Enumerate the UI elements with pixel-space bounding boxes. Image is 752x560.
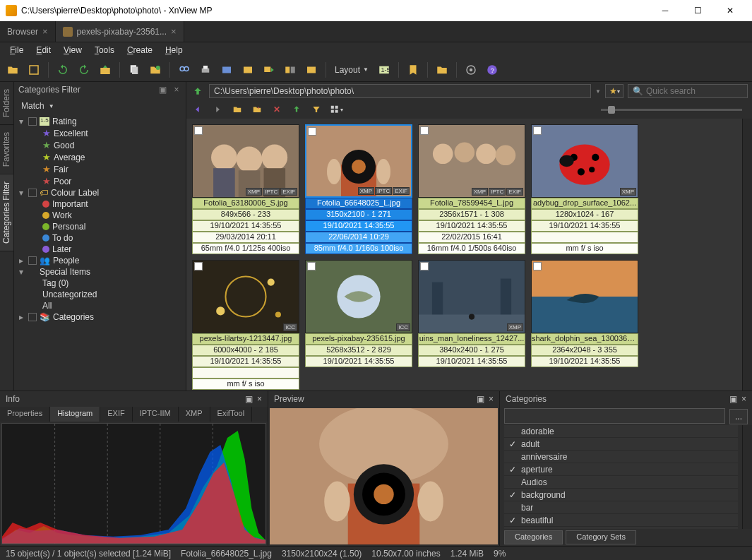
rotate-right-button[interactable] bbox=[76, 61, 92, 78]
category-search-input[interactable] bbox=[504, 408, 725, 424]
forward-button[interactable] bbox=[210, 102, 225, 117]
tag-button[interactable] bbox=[434, 61, 450, 78]
close-icon[interactable]: × bbox=[171, 26, 177, 37]
category-options-button[interactable]: ... bbox=[729, 409, 748, 424]
tree-rating[interactable]: ▾1-5Rating bbox=[17, 116, 183, 127]
tree-colour-item[interactable]: Work bbox=[17, 210, 183, 221]
filter-button[interactable] bbox=[309, 102, 323, 117]
tree-people[interactable]: ▸👥People bbox=[17, 255, 183, 266]
scrollbar[interactable] bbox=[742, 119, 752, 391]
thumbnail-checkbox[interactable] bbox=[307, 262, 316, 270]
tab-browser[interactable]: Browser × bbox=[0, 21, 56, 42]
minimize-button[interactable]: ─ bbox=[649, 0, 681, 21]
menu-create[interactable]: Create bbox=[121, 44, 158, 56]
tree-colour-item[interactable]: Personal bbox=[17, 221, 183, 232]
panel-detach-icon[interactable]: ▣ bbox=[729, 394, 737, 404]
thumbnail-checkbox[interactable] bbox=[420, 262, 429, 270]
address-field[interactable]: C:\Users\pierre\Desktop\photo\photo\ bbox=[209, 84, 591, 98]
convert-button[interactable] bbox=[239, 61, 256, 78]
category-item[interactable]: ✓beautiful bbox=[504, 514, 738, 527]
panel-close-icon[interactable]: × bbox=[741, 394, 746, 404]
thumbnail-item[interactable]: XMPIPTCEXIF Fotolia_78599454_L.jpg2356x1… bbox=[418, 124, 525, 254]
thumbnail-item[interactable]: XMP adybug_drop_surface_1062...1280x1024… bbox=[531, 124, 638, 254]
tree-special[interactable]: ▾Special Items bbox=[17, 266, 183, 278]
sidetab-folders[interactable]: Folders bbox=[0, 82, 13, 125]
thumbnail-item[interactable]: XMP uins_man_loneliness_12427...3840x240… bbox=[418, 260, 525, 390]
category-item[interactable]: Audios bbox=[504, 476, 738, 489]
thumbnail-checkbox[interactable] bbox=[533, 126, 542, 135]
panel-detach-icon[interactable]: ▣ bbox=[245, 394, 253, 404]
slideshow-button[interactable] bbox=[303, 61, 320, 78]
search-button[interactable] bbox=[176, 61, 193, 78]
back-button[interactable] bbox=[191, 102, 205, 117]
infotab-exiftool[interactable]: ExifTool bbox=[210, 407, 253, 422]
thumbnail-checkbox[interactable] bbox=[533, 262, 542, 270]
help-button[interactable]: ? bbox=[484, 61, 501, 78]
print-button[interactable] bbox=[197, 61, 214, 78]
thumbnail-checkbox[interactable] bbox=[308, 127, 316, 136]
tree-rating-item[interactable]: ★Fair bbox=[17, 163, 183, 175]
panel-close-icon[interactable]: × bbox=[489, 394, 494, 404]
batch-button[interactable] bbox=[261, 61, 277, 78]
infotab-xmp[interactable]: XMP bbox=[179, 407, 210, 422]
tree-rating-item[interactable]: ★Average bbox=[17, 151, 183, 163]
close-button[interactable]: ✕ bbox=[714, 0, 746, 21]
thumbnail-checkbox[interactable] bbox=[194, 262, 203, 270]
thumbnail-item[interactable]: XMPIPTCEXIF Fotolia_63180006_S.jpg849x56… bbox=[192, 124, 299, 254]
folder-button[interactable] bbox=[230, 102, 244, 117]
scrollbar[interactable] bbox=[742, 425, 752, 529]
up-button[interactable] bbox=[191, 84, 205, 98]
tree-colour-item[interactable]: Later bbox=[17, 244, 183, 255]
bookmark-button[interactable] bbox=[405, 61, 422, 78]
tree-colour-item[interactable]: Important bbox=[17, 198, 183, 210]
paste-button[interactable] bbox=[147, 61, 164, 78]
category-item[interactable]: ✓adult bbox=[504, 438, 738, 451]
view-mode-button[interactable]: ▾ bbox=[329, 102, 343, 117]
thumbnail-size-slider[interactable] bbox=[349, 109, 748, 111]
copy-button[interactable] bbox=[126, 61, 143, 78]
panel-close-icon[interactable]: × bbox=[257, 394, 262, 404]
sort-button[interactable]: 1-5 bbox=[376, 61, 393, 78]
panel-detach-icon[interactable]: ▣ bbox=[477, 394, 484, 404]
settings-button[interactable] bbox=[462, 61, 479, 78]
tree-colour-item[interactable]: To do bbox=[17, 232, 183, 244]
menu-tools[interactable]: Tools bbox=[89, 44, 120, 56]
infotab-iptc-iim[interactable]: IPTC-IIM bbox=[133, 407, 179, 422]
tab-image[interactable]: pexels-pixabay-23561... × bbox=[56, 21, 184, 42]
panel-detach-icon[interactable]: ▣ bbox=[157, 85, 167, 95]
layout-dropdown[interactable]: Layout ▼ bbox=[332, 65, 371, 75]
infotab-properties[interactable]: Properties bbox=[0, 407, 50, 422]
thumbnail-checkbox[interactable] bbox=[420, 126, 429, 135]
maximize-button[interactable]: ☐ bbox=[681, 0, 714, 21]
tree-rating-item[interactable]: ★Good bbox=[17, 139, 183, 151]
category-item[interactable]: anniversaire bbox=[504, 451, 738, 463]
sidetab-categories-filter[interactable]: Categories Filter bbox=[0, 174, 13, 251]
favorite-button[interactable]: ★▾ bbox=[605, 84, 623, 98]
category-item[interactable]: adorable bbox=[504, 425, 738, 438]
newfolder-button[interactable] bbox=[250, 102, 264, 117]
panel-close-icon[interactable]: × bbox=[172, 85, 181, 95]
menu-file[interactable]: File bbox=[4, 44, 29, 56]
tree-rating-item[interactable]: ★Poor bbox=[17, 175, 183, 187]
fullscreen-button[interactable] bbox=[25, 61, 42, 78]
delete-button[interactable]: ✕ bbox=[270, 102, 284, 117]
compare-button[interactable] bbox=[282, 61, 299, 78]
thumbnail-item[interactable]: XMPIPTCEXIF Fotolia_66648025_L.jpg3150x2… bbox=[305, 124, 412, 254]
open-button[interactable] bbox=[4, 61, 21, 78]
menu-view[interactable]: View bbox=[58, 44, 88, 56]
quick-search-input[interactable]: 🔍 Quick search bbox=[628, 84, 748, 98]
tree-rating-item[interactable]: ★Excellent bbox=[17, 127, 183, 139]
cattab-category-sets[interactable]: Category Sets bbox=[566, 530, 636, 544]
tree-categories[interactable]: ▸📚Categories bbox=[17, 311, 183, 323]
refresh-up-button[interactable] bbox=[290, 102, 304, 117]
thumbnail-item[interactable]: ICC pexels-pixabay-235615.jpg5268x3512 -… bbox=[305, 260, 412, 390]
menu-help[interactable]: Help bbox=[160, 44, 189, 56]
thumbnail-checkbox[interactable] bbox=[194, 126, 203, 135]
tree-special-item[interactable]: Tag (0) bbox=[17, 278, 183, 289]
sidetab-favorites[interactable]: Favorites bbox=[0, 125, 13, 174]
infotab-exif[interactable]: EXIF bbox=[100, 407, 132, 422]
export-button[interactable] bbox=[97, 61, 114, 78]
scan-button[interactable] bbox=[218, 61, 235, 78]
menu-edit[interactable]: Edit bbox=[30, 44, 56, 56]
rotate-left-button[interactable] bbox=[54, 61, 71, 78]
